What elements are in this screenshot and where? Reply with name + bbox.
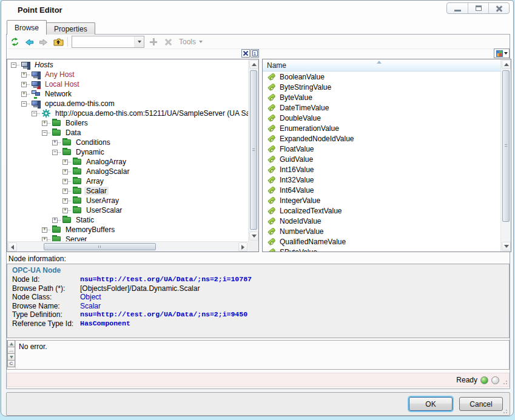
expand-icon[interactable]: +: [21, 92, 27, 97]
tree-item-analogarray[interactable]: + AnalogArray: [7, 157, 248, 167]
copy-error-button[interactable]: C: [7, 360, 15, 367]
add-button[interactable]: [146, 36, 161, 48]
list-item[interactable]: DoubleValue: [263, 113, 500, 123]
combobox-value[interactable]: [72, 36, 134, 47]
collapse-icon[interactable]: −: [52, 150, 58, 155]
scroll-up-button[interactable]: [249, 60, 258, 69]
tree-vertical-scrollbar[interactable]: [248, 59, 258, 241]
list-item[interactable]: EnumerationValue: [263, 123, 500, 133]
ok-button[interactable]: OK: [409, 397, 453, 411]
scroll-right-button[interactable]: [238, 242, 247, 252]
expand-icon[interactable]: +: [42, 121, 47, 126]
collapse-icon[interactable]: −: [21, 101, 27, 107]
expand-icon[interactable]: +: [62, 159, 68, 165]
expand-icon[interactable]: +: [62, 188, 68, 194]
tree-item-analogscalar[interactable]: + AnalogScalar: [7, 167, 248, 176]
expand-icon[interactable]: +: [62, 208, 68, 213]
list-item[interactable]: ByteValue: [263, 92, 500, 102]
tab-properties[interactable]: Properties: [46, 22, 95, 35]
list-item[interactable]: Int64Value: [263, 185, 500, 195]
view-selector-button[interactable]: [494, 48, 510, 58]
tree-item-hosts[interactable]: − Hosts: [7, 60, 248, 70]
collapse-icon[interactable]: −: [11, 62, 16, 68]
tree-item-userarray[interactable]: + UserArray: [7, 196, 248, 205]
cancel-button[interactable]: Cancel: [459, 397, 503, 411]
tree-item-boilers[interactable]: + Boilers: [7, 118, 248, 128]
tree-item-network[interactable]: + Network: [7, 89, 248, 99]
list-item[interactable]: LocalizedTextValue: [263, 205, 500, 216]
resize-grip[interactable]: [502, 407, 507, 413]
scroll-left-button[interactable]: [8, 242, 17, 252]
tree-item-local-host[interactable]: + Local Host: [7, 79, 248, 89]
list-item[interactable]: NumberValue: [263, 226, 500, 236]
list-item[interactable]: QualifiedNameValue: [263, 236, 500, 247]
scrollbar-thumb[interactable]: [44, 243, 156, 250]
list-item-label: GuidValue: [280, 155, 313, 164]
refresh-button[interactable]: [7, 36, 22, 48]
tree-item-memorybuffers[interactable]: + MemoryBuffers: [7, 225, 248, 235]
scroll-down-button[interactable]: [502, 242, 511, 251]
expand-icon[interactable]: +: [52, 140, 58, 145]
scroll-up-button[interactable]: [502, 60, 511, 69]
title-bar[interactable]: Point Editor: [1, 1, 513, 19]
tree-item-label: UserArray: [84, 196, 121, 205]
list-item[interactable]: ByteStringValue: [263, 82, 500, 92]
panel-close-button[interactable]: [241, 49, 250, 58]
list-item[interactable]: DateTimeValue: [263, 102, 500, 113]
resize-grip[interactable]: [502, 378, 507, 384]
browse-path-label: Browse Path (*):: [12, 284, 80, 293]
list-item[interactable]: ExpandedNodeIdValue: [263, 133, 500, 144]
tree-item-sample-server[interactable]: − http://opcua.demo-this.com:51211/UA/: [7, 108, 248, 118]
tree-item-static[interactable]: + Static: [7, 215, 248, 225]
tree-item-data[interactable]: − Data: [7, 128, 248, 138]
scrollbar-thumb[interactable]: [502, 70, 510, 222]
combobox-dropdown-button[interactable]: [134, 36, 144, 47]
expand-icon[interactable]: +: [62, 169, 68, 175]
expand-icon[interactable]: +: [42, 237, 47, 242]
tree-item-array[interactable]: + Array: [7, 176, 248, 186]
panel-dock-button[interactable]: 1: [251, 49, 259, 58]
chevron-down-icon: [504, 52, 508, 55]
list-item[interactable]: IntegerValue: [263, 195, 500, 205]
list-item[interactable]: GuidValue: [263, 154, 500, 164]
address-combobox[interactable]: [72, 36, 144, 48]
scroll-down-button[interactable]: [249, 232, 258, 241]
back-button[interactable]: [22, 36, 36, 48]
expand-icon[interactable]: +: [21, 72, 27, 78]
collapse-icon[interactable]: −: [42, 130, 47, 136]
list-item[interactable]: Int32Value: [263, 175, 500, 185]
list-item[interactable]: Int16Value: [263, 164, 500, 175]
forward-button[interactable]: [36, 36, 51, 48]
expand-icon[interactable]: +: [52, 218, 58, 223]
tree-item-opcua-host[interactable]: − opcua.demo-this.com: [7, 99, 248, 108]
expand-icon[interactable]: +: [42, 227, 47, 233]
minimize-button[interactable]: [447, 3, 468, 13]
maximize-button[interactable]: [468, 3, 488, 13]
folder-icon: [72, 206, 82, 215]
tree-horizontal-scrollbar[interactable]: [7, 241, 248, 252]
list-vertical-scrollbar[interactable]: [500, 59, 511, 252]
collapse-icon[interactable]: −: [32, 111, 37, 116]
tree-item-any-host[interactable]: + Any Host: [7, 70, 248, 79]
tree-item-conditions[interactable]: + Conditions: [7, 138, 248, 147]
list-item[interactable]: BooleanValue: [263, 72, 500, 82]
close-button[interactable]: [488, 3, 509, 13]
expand-icon[interactable]: +: [62, 179, 68, 184]
list-item-label: EnumerationValue: [280, 124, 339, 133]
delete-button[interactable]: [161, 36, 175, 48]
tree-body: − Hosts + Any Host + Local Host + Networ…: [7, 59, 248, 241]
tools-menu-button[interactable]: Tools: [175, 38, 206, 46]
list-item[interactable]: NodeIdValue: [263, 216, 500, 226]
tree-item-userscalar[interactable]: + UserScalar: [7, 205, 248, 215]
tree-item-dynamic[interactable]: − Dynamic: [7, 147, 248, 157]
tree-item-server[interactable]: + Server: [7, 235, 248, 241]
parent-folder-button[interactable]: [51, 36, 66, 48]
list-item[interactable]: FloatValue: [263, 144, 500, 154]
scrollbar-thumb[interactable]: [250, 70, 257, 230]
expand-icon[interactable]: +: [62, 198, 68, 204]
list-item[interactable]: SByteValue: [263, 247, 500, 252]
column-header-name[interactable]: Name: [263, 59, 500, 72]
tree-item-scalar[interactable]: + Scalar: [7, 186, 248, 196]
tab-browse[interactable]: Browse: [7, 20, 47, 35]
expand-icon[interactable]: +: [21, 82, 27, 87]
